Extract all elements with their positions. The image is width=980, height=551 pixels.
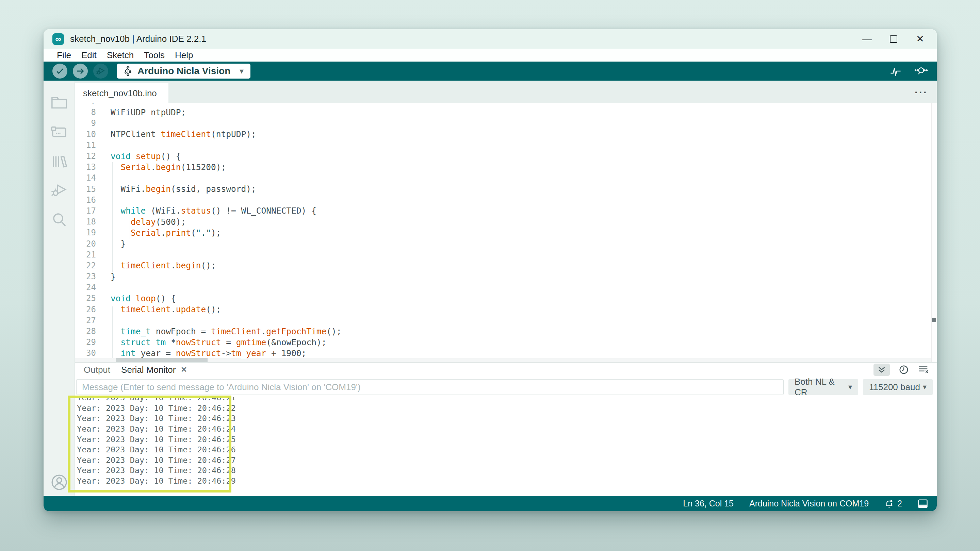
code-editor[interactable]: 78WiFiUDP ntpUDP;910NTPClient timeClient…: [75, 103, 937, 362]
code-line[interactable]: 10NTPClient timeClient(ntpUDP);: [75, 129, 930, 140]
line-number[interactable]: 9: [75, 118, 96, 128]
line-number[interactable]: 19: [75, 228, 96, 237]
maximize-button[interactable]: [880, 31, 907, 47]
code-line[interactable]: 24: [75, 282, 930, 293]
editor-horizontal-scrollbar[interactable]: [75, 358, 931, 362]
code-line[interactable]: 14: [75, 172, 930, 183]
code-line[interactable]: 13 Serial.begin(115200);: [75, 162, 930, 172]
line-number[interactable]: 27: [75, 316, 96, 325]
menu-help[interactable]: Help: [170, 50, 198, 60]
line-ending-dropdown[interactable]: Both NL & CR ▾: [788, 379, 858, 395]
toggle-panel-button[interactable]: [918, 499, 928, 508]
line-number[interactable]: 20: [75, 239, 96, 249]
line-number[interactable]: 15: [75, 184, 96, 194]
code-line[interactable]: 20 }: [75, 238, 930, 249]
notifications-bell[interactable]: 2: [885, 499, 902, 508]
tab-sketch-ino[interactable]: sketch_nov10b.ino: [75, 83, 169, 103]
line-number[interactable]: 22: [75, 261, 96, 270]
boards-manager-icon[interactable]: [43, 118, 75, 147]
tab-serial-monitor[interactable]: Serial Monitor ✕: [116, 365, 193, 375]
baud-rate-dropdown[interactable]: 115200 baud ▾: [863, 379, 933, 395]
line-number[interactable]: 10: [75, 130, 96, 139]
close-button[interactable]: ✕: [907, 31, 933, 47]
menu-sketch[interactable]: Sketch: [102, 50, 139, 60]
line-number[interactable]: 29: [75, 337, 96, 347]
code-line[interactable]: 16: [75, 195, 930, 205]
code-line[interactable]: 12void setup() {: [75, 151, 930, 162]
serial-line: Year: 2023 Day: 10 Time: 20:46:25: [77, 434, 236, 445]
serial-monitor-icon[interactable]: [914, 66, 928, 76]
board-connection-status[interactable]: Arduino Nicla Vision on COM19: [749, 499, 869, 508]
menu-tools[interactable]: Tools: [139, 50, 170, 60]
account-avatar-icon[interactable]: [43, 472, 75, 492]
scrollbar-thumb[interactable]: [932, 318, 936, 322]
search-icon[interactable]: [43, 205, 75, 234]
bottom-panel: Output Serial Monitor ✕: [75, 362, 937, 496]
close-icon[interactable]: ✕: [180, 365, 187, 375]
line-number[interactable]: 8: [75, 108, 96, 117]
serial-output-area[interactable]: Year: 2023 Day: 10 Time: 20:46:21Year: 2…: [75, 397, 937, 496]
line-number[interactable]: 11: [75, 140, 96, 150]
clear-output-button[interactable]: [918, 365, 929, 375]
baud-rate-value: 115200 baud: [869, 382, 920, 392]
code-line[interactable]: 15 WiFi.begin(ssid, password);: [75, 184, 930, 195]
serial-plotter-icon[interactable]: [890, 66, 901, 76]
line-number[interactable]: 12: [75, 151, 96, 161]
code-line[interactable]: 9: [75, 118, 930, 129]
code-line[interactable]: 30 int year = nowStruct->tm_year + 1900;: [75, 348, 930, 359]
library-manager-icon[interactable]: [43, 147, 75, 176]
code-line[interactable]: 21: [75, 249, 930, 260]
line-number[interactable]: 14: [75, 173, 96, 183]
board-selector-dropdown[interactable]: Arduino Nicla Vision ▾: [117, 64, 250, 79]
menu-file[interactable]: File: [52, 50, 76, 60]
line-number[interactable]: 18: [75, 217, 96, 227]
verify-button[interactable]: [52, 64, 67, 79]
editor-tab-bar: sketch_nov10b.ino ···: [75, 81, 937, 103]
sketchbook-folder-icon[interactable]: [43, 88, 75, 118]
line-number[interactable]: 16: [75, 195, 96, 205]
line-number[interactable]: 28: [75, 327, 96, 336]
tab-output-label: Output: [84, 365, 110, 375]
menu-edit[interactable]: Edit: [76, 50, 102, 60]
serial-message-input[interactable]: [76, 379, 784, 395]
editor-vertical-scrollbar[interactable]: [931, 103, 937, 362]
debug-button[interactable]: [93, 64, 108, 79]
line-number[interactable]: 13: [75, 162, 96, 172]
code-line[interactable]: 26 timeClient.update();: [75, 304, 930, 315]
debug-sidebar-icon[interactable]: [43, 176, 75, 205]
line-number[interactable]: 25: [75, 294, 96, 303]
chevron-down-icon: ▾: [240, 66, 243, 76]
serial-line: Year: 2023 Day: 10 Time: 20:46:26: [77, 445, 236, 455]
activity-sidebar: [43, 81, 75, 496]
line-number[interactable]: 21: [75, 250, 96, 259]
tab-overflow-menu-icon[interactable]: ···: [915, 87, 928, 98]
code-line[interactable]: 25void loop() {: [75, 293, 930, 304]
code-line[interactable]: 17 while (WiFi.status() != WL_CONNECTED)…: [75, 205, 930, 216]
tab-output[interactable]: Output: [78, 365, 116, 375]
code-line[interactable]: 11: [75, 140, 930, 151]
minimize-button[interactable]: —: [854, 31, 880, 47]
code-line[interactable]: 28 time_t nowEpoch = timeClient.getEpoch…: [75, 326, 930, 337]
code-line[interactable]: 18 delay(500);: [75, 216, 930, 227]
line-number[interactable]: 7: [75, 103, 96, 106]
code-line[interactable]: 19 Serial.print(".");: [75, 227, 930, 238]
line-number[interactable]: 26: [75, 305, 96, 314]
code-line[interactable]: 8WiFiUDP ntpUDP;: [75, 107, 930, 118]
line-number[interactable]: 30: [75, 348, 96, 358]
line-number[interactable]: 17: [75, 206, 96, 216]
line-number[interactable]: 24: [75, 283, 96, 292]
code-lines[interactable]: 78WiFiUDP ntpUDP;910NTPClient timeClient…: [75, 103, 930, 362]
upload-button[interactable]: [73, 64, 88, 79]
line-number[interactable]: 23: [75, 272, 96, 281]
cursor-position[interactable]: Ln 36, Col 15: [683, 499, 733, 508]
autoscroll-toggle[interactable]: [873, 364, 890, 376]
scrollbar-thumb[interactable]: [116, 358, 208, 362]
code-line[interactable]: 23}: [75, 271, 930, 282]
code-line[interactable]: 7: [75, 103, 930, 107]
serial-line: Year: 2023 Day: 10 Time: 20:46:27: [77, 455, 236, 465]
code-line[interactable]: 22 timeClient.begin();: [75, 260, 930, 271]
code-line[interactable]: 27: [75, 315, 930, 326]
code-line[interactable]: 29 struct tm *nowStruct = gmtime(&nowEpo…: [75, 337, 930, 348]
usb-icon: [124, 66, 132, 76]
timestamp-toggle[interactable]: [899, 365, 909, 375]
